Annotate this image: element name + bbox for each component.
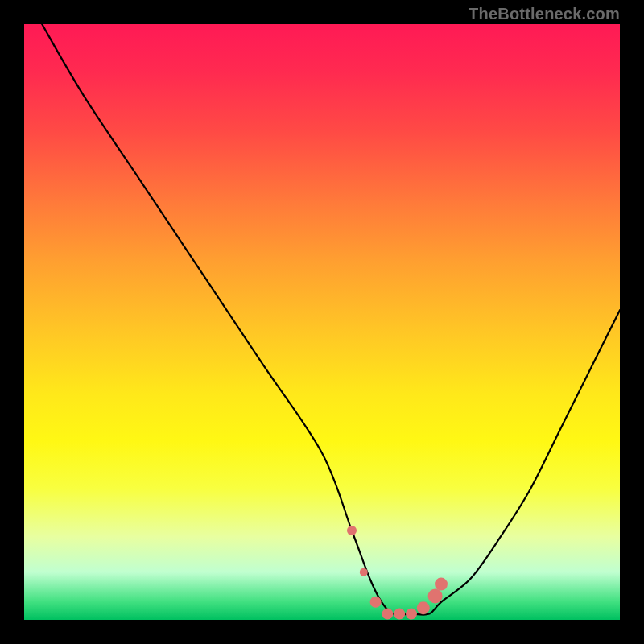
curve-layer [24,24,620,620]
marker-dot [394,609,405,620]
chart-canvas: TheBottleneck.com [0,0,644,644]
highlight-markers [347,526,448,620]
marker-dot [417,601,430,614]
marker-dot [370,597,382,608]
watermark-text: TheBottleneck.com [469,5,620,23]
bottleneck-curve [42,24,620,615]
marker-dot [406,609,417,620]
marker-dot [435,578,448,591]
marker-dot [360,568,368,576]
marker-dot [428,588,443,603]
marker-dot [347,526,357,535]
marker-dot [382,609,393,620]
